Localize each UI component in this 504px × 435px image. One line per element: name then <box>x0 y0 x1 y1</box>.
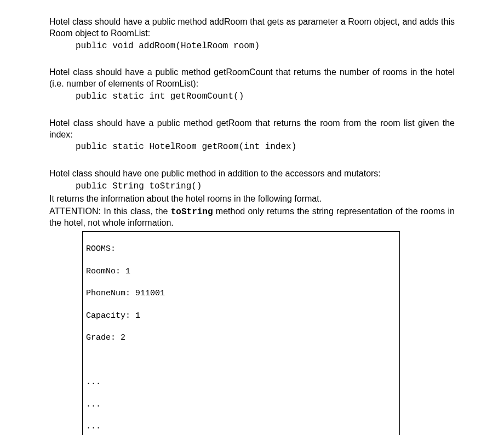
paragraph-getroomcount: Hotel class should have a public method … <box>49 67 455 90</box>
section-getroom: Hotel class should have a public method … <box>49 118 455 153</box>
output-line: ... <box>86 399 396 410</box>
attention-prefix: ATTENTION: In this class, the <box>49 207 171 216</box>
output-line: ... <box>86 421 396 432</box>
output-line <box>86 355 396 366</box>
section-getroomcount: Hotel class should have a public method … <box>49 67 455 102</box>
paragraph-attention: ATTENTION: In this class, the toString m… <box>49 206 455 230</box>
output-line: ROOMS: <box>86 244 396 255</box>
code-getroom: public static HotelRoom getRoom(int inde… <box>76 141 455 153</box>
output-line: ... <box>86 377 396 388</box>
output-line: Grade: 2 <box>86 333 396 344</box>
output-line: PhoneNum: 911001 <box>86 288 396 299</box>
paragraph-getroom: Hotel class should have a public method … <box>49 118 455 141</box>
paragraph-tostring-intro: Hotel class should have one public metho… <box>49 168 455 180</box>
output-line: Capacity: 1 <box>86 311 396 322</box>
paragraph-tostring-desc: It returns the information about the hot… <box>49 193 455 205</box>
section-tostring: Hotel class should have one public metho… <box>49 168 455 229</box>
section-addroom: Hotel class should have a public method … <box>49 16 455 51</box>
attention-bold: toString <box>171 207 213 217</box>
code-addroom: public void addRoom(HotelRoom room) <box>76 41 455 52</box>
output-box: ROOMS: RoomNo: 1 PhoneNum: 911001 Capaci… <box>82 231 400 435</box>
output-line: RoomNo: 1 <box>86 266 396 277</box>
code-tostring: public String toString() <box>76 181 455 192</box>
code-getroomcount: public static int getRoomCount() <box>76 91 455 102</box>
paragraph-addroom: Hotel class should have a public method … <box>49 16 455 39</box>
